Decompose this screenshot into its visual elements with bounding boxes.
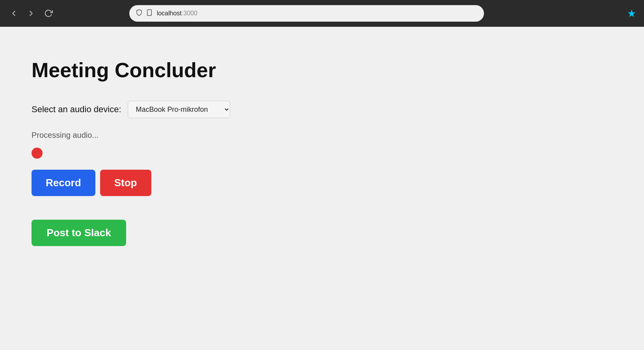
post-to-slack-button[interactable]: Post to Slack [32, 220, 126, 246]
record-stop-row: Record Stop [32, 170, 612, 196]
audio-device-select[interactable]: MacBook Pro-mikrofonBuilt-in MicrophoneE… [128, 101, 230, 118]
back-button[interactable] [8, 7, 20, 19]
processing-status: Processing audio... [32, 131, 612, 140]
page-content: Meeting Concluder Select an audio device… [0, 27, 644, 350]
address-url: localhost:3000 [157, 10, 197, 17]
bookmark-star-icon[interactable]: ★ [627, 7, 636, 20]
page-title: Meeting Concluder [32, 58, 612, 82]
stop-button[interactable]: Stop [100, 170, 151, 196]
svg-rect-0 [147, 10, 151, 16]
reload-button[interactable] [43, 7, 54, 19]
address-bar-icons [136, 9, 153, 18]
recording-indicator [32, 148, 43, 159]
audio-device-row: Select an audio device: MacBook Pro-mikr… [32, 101, 612, 118]
address-bar[interactable]: localhost:3000 [129, 5, 484, 22]
shield-icon [136, 9, 143, 18]
nav-buttons [8, 7, 54, 19]
audio-device-label: Select an audio device: [32, 104, 121, 115]
record-button[interactable]: Record [32, 170, 95, 196]
forward-button[interactable] [25, 7, 37, 19]
doc-icon [146, 9, 153, 18]
bookmark-area: ★ [627, 7, 636, 20]
browser-chrome: localhost:3000 ★ [0, 0, 644, 27]
